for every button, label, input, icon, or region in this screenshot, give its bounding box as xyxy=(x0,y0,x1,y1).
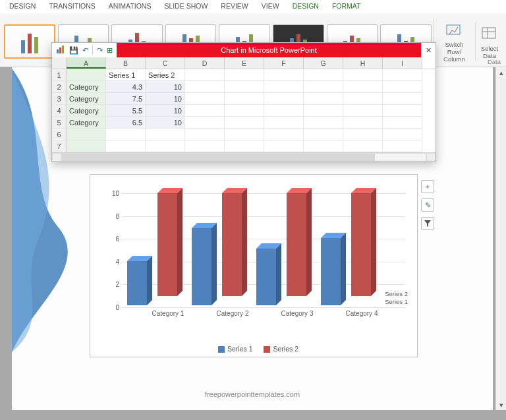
cell[interactable] xyxy=(383,117,422,129)
chart-object[interactable]: + ✎ 0246810 Category 1Category 2Category… xyxy=(90,174,418,357)
cell[interactable] xyxy=(343,129,383,140)
cell[interactable]: Category 4 xyxy=(67,117,106,129)
ribbon-tab-chart-format[interactable]: FORMAT xyxy=(325,0,368,13)
table-row[interactable]: 5Category 46.510 xyxy=(52,117,436,129)
scroll-right-icon[interactable] xyxy=(426,153,436,162)
col-header-B[interactable]: B xyxy=(106,57,146,69)
cell[interactable]: Category 2 xyxy=(67,93,106,105)
cell[interactable]: 5.5 xyxy=(106,105,146,117)
redo-icon[interactable]: ↷ xyxy=(97,46,103,55)
ribbon-tab-animations[interactable]: ANIMATIONS xyxy=(102,0,158,13)
cell[interactable] xyxy=(304,140,343,152)
cell[interactable] xyxy=(304,93,343,105)
vertical-scrollbar[interactable]: ▴ ▾ xyxy=(495,67,506,410)
col-header-D[interactable]: D xyxy=(185,57,225,69)
undo-icon[interactable]: ↶ xyxy=(82,46,88,55)
cell[interactable] xyxy=(225,129,264,140)
cell[interactable] xyxy=(225,105,264,117)
cell[interactable] xyxy=(383,140,422,152)
cell[interactable]: 10 xyxy=(146,117,185,129)
cell[interactable] xyxy=(383,129,422,140)
cell[interactable] xyxy=(106,129,146,140)
cell[interactable] xyxy=(225,81,264,93)
table-row[interactable]: 2Category 14.310 xyxy=(52,81,436,93)
col-header-E[interactable]: E xyxy=(225,57,264,69)
cell[interactable] xyxy=(304,81,343,93)
cell[interactable] xyxy=(264,117,304,129)
cell[interactable] xyxy=(343,81,383,93)
excel-close-button[interactable]: ✕ xyxy=(421,43,436,57)
table-row[interactable]: 7 xyxy=(52,140,436,152)
cell[interactable] xyxy=(225,69,264,81)
cell[interactable]: Series 2 xyxy=(146,69,185,81)
cell[interactable] xyxy=(67,69,106,81)
table-row[interactable]: 1Series 1Series 2 xyxy=(52,69,436,81)
cell[interactable] xyxy=(264,129,304,140)
cell[interactable] xyxy=(264,81,304,93)
ribbon-tab-chart-design[interactable]: DESIGN xyxy=(286,0,325,13)
col-header-C[interactable]: C xyxy=(146,57,185,69)
excel-grid[interactable]: 1Series 1Series 22Category 14.3103Catego… xyxy=(52,69,436,152)
table-row[interactable]: 6 xyxy=(52,129,436,140)
cell[interactable] xyxy=(304,105,343,117)
cell[interactable]: 6.5 xyxy=(106,117,146,129)
col-header-I[interactable]: I xyxy=(383,57,422,69)
ribbon-group-switch[interactable]: Switch Row/ Column xyxy=(433,18,475,64)
cell[interactable]: 10 xyxy=(146,105,185,117)
cell[interactable] xyxy=(225,93,264,105)
cell[interactable] xyxy=(383,105,422,117)
cell[interactable] xyxy=(264,69,304,81)
save-icon[interactable]: 💾 xyxy=(69,46,78,55)
excel-horizontal-scrollbar[interactable] xyxy=(52,152,436,162)
chart-styles-button[interactable]: ✎ xyxy=(421,198,434,212)
cell[interactable] xyxy=(264,105,304,117)
scroll-up-icon[interactable]: ▴ xyxy=(496,67,506,78)
cell[interactable]: 7.5 xyxy=(106,93,146,105)
scroll-left-icon[interactable] xyxy=(52,153,61,162)
cell[interactable] xyxy=(185,69,225,81)
cell[interactable] xyxy=(264,93,304,105)
ribbon-tab-design[interactable]: DESIGN xyxy=(3,0,42,13)
cell[interactable] xyxy=(146,129,185,140)
cell[interactable] xyxy=(185,105,225,117)
ribbon-tab-review[interactable]: REVIEW xyxy=(214,0,254,13)
ribbon-tab-transitions[interactable]: TRANSITIONS xyxy=(42,0,102,13)
scroll-down-icon[interactable]: ▾ xyxy=(496,400,506,410)
col-header-H[interactable]: H xyxy=(343,57,383,69)
col-header-G[interactable]: G xyxy=(304,57,343,69)
cell[interactable] xyxy=(185,140,225,152)
ribbon-tab-view[interactable]: VIEW xyxy=(255,0,286,13)
cell[interactable] xyxy=(106,140,146,152)
chart-style-thumb[interactable] xyxy=(4,24,55,59)
cell[interactable] xyxy=(383,69,422,81)
cell[interactable] xyxy=(383,81,422,93)
cell[interactable]: Category 3 xyxy=(67,105,106,117)
table-row[interactable]: 4Category 35.510 xyxy=(52,105,436,117)
cell[interactable] xyxy=(146,140,185,152)
cell[interactable] xyxy=(264,140,304,152)
cell[interactable] xyxy=(304,129,343,140)
chart-filter-button[interactable] xyxy=(421,217,434,230)
cell[interactable] xyxy=(343,117,383,129)
cell[interactable] xyxy=(185,129,225,140)
cell[interactable] xyxy=(225,117,264,129)
chart-data-window[interactable]: 💾 ↶ ↷ ⊞ Chart in Microsoft PowerPoint ✕ … xyxy=(51,42,436,162)
col-header-A[interactable]: A xyxy=(67,57,106,69)
cell[interactable] xyxy=(343,105,383,117)
cell[interactable] xyxy=(304,69,343,81)
cell[interactable] xyxy=(343,69,383,81)
cell[interactable] xyxy=(185,117,225,129)
cell[interactable]: 4.3 xyxy=(106,81,146,93)
cell[interactable] xyxy=(343,93,383,105)
table-row[interactable]: 3Category 27.510 xyxy=(52,93,436,105)
cell[interactable] xyxy=(383,93,422,105)
cell[interactable]: Category 1 xyxy=(67,81,106,93)
cell[interactable] xyxy=(225,140,264,152)
cell[interactable]: Series 1 xyxy=(106,69,146,81)
cell[interactable]: 10 xyxy=(146,93,185,105)
cell[interactable] xyxy=(67,129,106,140)
cell[interactable]: 10 xyxy=(146,81,185,93)
cell[interactable] xyxy=(185,93,225,105)
ribbon-group-select-data[interactable]: Select Data xyxy=(475,22,503,61)
cell[interactable] xyxy=(343,140,383,152)
